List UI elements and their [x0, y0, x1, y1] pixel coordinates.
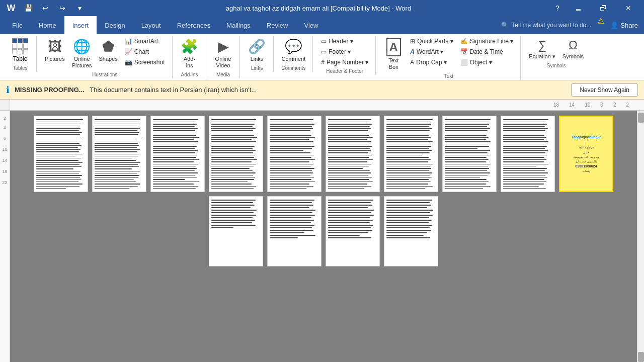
tables-group-label: Tables: [13, 64, 28, 72]
lruler-22: 22: [2, 180, 7, 185]
chart-button[interactable]: 📈 Chart: [122, 47, 168, 57]
page-thumb-8[interactable]: [442, 116, 497, 192]
comment-button[interactable]: 💬 Comment: [279, 36, 309, 64]
page-thumb-6[interactable]: [326, 116, 380, 192]
qat-more-btn[interactable]: ▾: [72, 1, 87, 15]
page-thumb-5[interactable]: [267, 116, 321, 192]
tell-me-input[interactable]: 🔍 Tell me what you want to do...: [495, 16, 597, 34]
page-thumb-14[interactable]: [384, 196, 438, 266]
object-icon: ⬜: [460, 59, 468, 66]
dropcap-button[interactable]: A Drop Cap ▾: [407, 57, 456, 67]
tab-layout[interactable]: Layout: [133, 16, 169, 34]
page-thumb-12[interactable]: [267, 196, 321, 266]
ribbon-content: Table Tables 🖼 Pictures 🌐 OnlinePictures…: [0, 34, 644, 80]
redo-qat-btn[interactable]: ↪: [55, 1, 69, 15]
lruler-18: 18: [2, 169, 7, 174]
vertical-scrollbar[interactable]: [637, 111, 644, 362]
header-footer-group-label: Header & Footer: [326, 67, 363, 75]
info-icon: ℹ: [6, 84, 10, 96]
page-thumb-9[interactable]: [501, 116, 555, 192]
scroll-down-btn[interactable]: [638, 352, 644, 362]
textbox-button[interactable]: A TextBox: [381, 36, 406, 72]
symbol-button[interactable]: Ω Symbols: [559, 36, 587, 62]
info-text: MISSING PROOFING... This document contai…: [15, 86, 566, 94]
equation-label: Equation ▾: [529, 53, 555, 60]
search-icon: 🔍: [501, 22, 509, 29]
window-title: aghal va taghol az didgah emam ali [Comp…: [87, 5, 550, 12]
datetime-label: Date & Time: [470, 48, 503, 55]
document-area: Tahghighonline.ir ← مرجع دانلود فایل ورد…: [10, 111, 637, 362]
title-bar-left: W 💾 ↩ ↪ ▾: [4, 1, 87, 15]
tab-file[interactable]: File: [4, 16, 31, 34]
tab-mailings[interactable]: Mailings: [218, 16, 259, 34]
smartart-button[interactable]: 📊 SmartArt: [122, 36, 168, 46]
main-area: 2 2 6 10 14 18 22: [0, 111, 644, 362]
comment-icon: 💬: [285, 38, 302, 55]
table-button[interactable]: Table: [8, 36, 32, 64]
wordart-button[interactable]: A WordArt ▾: [407, 47, 456, 57]
info-message: This document contains text in Persian (…: [90, 86, 257, 94]
header-footer-col: ▭ Header ▾ ▭ Footer ▾ # Page Number ▾: [318, 36, 371, 67]
addins-button[interactable]: 🧩 Add-ins: [178, 36, 202, 71]
never-show-button[interactable]: Never Show Again: [571, 83, 638, 97]
online-pictures-label: OnlinePictures: [72, 56, 92, 69]
ad-line1: مرجع دانلود: [579, 145, 594, 149]
close-btn[interactable]: ✕: [617, 0, 640, 16]
page-thumb-13[interactable]: [326, 196, 380, 266]
page-thumb-ad[interactable]: Tahghighonline.ir ← مرجع دانلود فایل ورد…: [559, 116, 613, 192]
minimize-btn[interactable]: 🗕: [567, 0, 590, 16]
links-button[interactable]: 🔗 Links: [245, 36, 269, 64]
shapes-label: Shapes: [99, 56, 118, 62]
ribbon-group-text: A TextBox ⊞ Quick Parts ▾ A WordArt ▾ A …: [377, 36, 521, 80]
ad-phone: 09981366624: [576, 164, 597, 168]
page-thumb-2[interactable]: [92, 116, 146, 192]
header-button[interactable]: ▭ Header ▾: [318, 36, 371, 46]
lruler-2b: 2: [4, 125, 6, 130]
online-video-button[interactable]: ▶ OnlineVideo: [211, 36, 235, 71]
ribbon-group-media: ▶ OnlineVideo Media: [207, 36, 240, 78]
tab-review[interactable]: Review: [259, 16, 296, 34]
online-video-label: OnlineVideo: [215, 56, 231, 69]
equation-button[interactable]: ∑ Equation ▾: [526, 36, 558, 62]
page-thumb-11[interactable]: [209, 196, 263, 266]
tab-references[interactable]: References: [169, 16, 218, 34]
comment-label: Comment: [282, 56, 306, 62]
ruler-num-2: 2: [613, 102, 616, 108]
share-button[interactable]: 👤 Share: [604, 16, 644, 34]
tab-insert[interactable]: Insert: [64, 16, 97, 34]
quick-parts-icon: ⊞: [410, 38, 415, 45]
page-thumb-3[interactable]: [150, 116, 205, 192]
page-thumb-1[interactable]: [34, 116, 88, 192]
screenshot-button[interactable]: 📷 Screenshot: [122, 57, 168, 67]
page-number-label: Page Number ▾: [327, 59, 368, 66]
object-button[interactable]: ⬜ Object ▾: [457, 57, 517, 67]
symbols-group-label: Symbols: [547, 62, 566, 69]
quick-parts-button[interactable]: ⊞ Quick Parts ▾: [407, 36, 456, 46]
tab-design[interactable]: Design: [97, 16, 133, 34]
save-qat-btn[interactable]: 💾: [21, 1, 35, 15]
datetime-button[interactable]: 📅 Date & Time: [457, 47, 517, 57]
textbox-icon: A: [386, 38, 401, 56]
shapes-button[interactable]: ⬟ Shapes: [96, 36, 121, 64]
page-number-button[interactable]: # Page Number ▾: [318, 57, 371, 67]
help-btn[interactable]: ?: [550, 1, 565, 15]
ribbon-group-illustrations: 🖼 Pictures 🌐 OnlinePictures ⬟ Shapes 📊 S…: [38, 36, 173, 78]
scroll-up-btn[interactable]: [638, 113, 644, 123]
footer-button[interactable]: ▭ Footer ▾: [318, 47, 371, 57]
symbol-icon: Ω: [569, 38, 578, 52]
pictures-button[interactable]: 🖼 Pictures: [42, 36, 68, 64]
undo-qat-btn[interactable]: ↩: [38, 1, 52, 15]
addins-group-label: Add-ins: [181, 71, 198, 78]
ruler-num-18: 18: [553, 102, 559, 108]
online-pictures-button[interactable]: 🌐 OnlinePictures: [69, 36, 95, 71]
page-thumb-4[interactable]: [209, 116, 263, 192]
tab-view[interactable]: View: [296, 16, 326, 34]
links-group-label: Links: [251, 64, 263, 72]
wordart-label: WordArt ▾: [417, 48, 443, 55]
signature-button[interactable]: ✍ Signature Line ▾: [457, 36, 517, 46]
ribbon-group-symbols: ∑ Equation ▾ Ω Symbols Symbols: [522, 36, 591, 69]
comments-group-label: Comments: [281, 64, 305, 72]
tab-home[interactable]: Home: [31, 16, 64, 34]
page-thumb-7[interactable]: [384, 116, 438, 192]
restore-btn[interactable]: 🗗: [592, 0, 615, 16]
